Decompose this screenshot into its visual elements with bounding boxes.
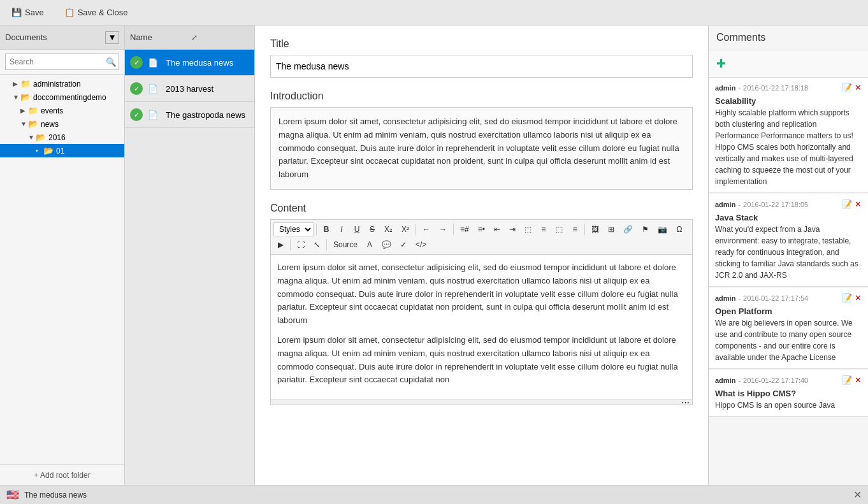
comment-timestamp: 2016-01-22 17:18:05 bbox=[743, 201, 808, 208]
align-center-button[interactable]: ≡ bbox=[537, 222, 551, 236]
align-right-button[interactable]: ⬚ bbox=[552, 222, 567, 236]
bold-button[interactable]: B bbox=[319, 222, 333, 236]
tree-item-news[interactable]: ▼ 📂 news bbox=[0, 117, 124, 131]
doc-list-title: Name bbox=[130, 32, 189, 42]
toolbar-separator bbox=[290, 239, 291, 250]
underline-button[interactable]: U bbox=[350, 222, 364, 236]
folder-icon: 📁 bbox=[28, 106, 38, 115]
comment-author: admin bbox=[715, 84, 735, 92]
ordered-list-button[interactable]: ≡# bbox=[456, 222, 473, 236]
comment-delete-button[interactable]: ✕ bbox=[855, 375, 862, 385]
doc-list-header: Name ⤢ bbox=[125, 25, 254, 50]
image-button[interactable]: 🖼 bbox=[588, 222, 603, 236]
comment-time: - bbox=[738, 377, 741, 384]
flag-icon: 🇺🇸 bbox=[6, 489, 19, 501]
unordered-list-button[interactable]: ≡• bbox=[474, 222, 489, 236]
content-label: Content bbox=[270, 203, 693, 214]
arrow-icon: ▼ bbox=[13, 94, 20, 101]
check-icon: ✓ bbox=[130, 82, 143, 95]
save-close-button[interactable]: 📋 Save & Close bbox=[59, 5, 133, 20]
add-root-folder-button[interactable]: + Add root folder bbox=[34, 471, 90, 480]
comment-edit-button[interactable]: 📝 bbox=[842, 293, 852, 303]
search-input[interactable] bbox=[5, 54, 119, 70]
tree-item-administration[interactable]: ▶ 📁 administration bbox=[0, 77, 124, 90]
comment-item-1: admin - 2016-01-22 17:18:18 📝 ✕ Scalabil… bbox=[709, 78, 868, 193]
comment-item-4: admin - 2016-01-22 17:17:40 📝 ✕ What is … bbox=[709, 370, 868, 417]
expand-icon[interactable]: ⤢ bbox=[191, 33, 250, 42]
comment-delete-button[interactable]: ✕ bbox=[855, 199, 862, 209]
bullet-icon: • bbox=[36, 147, 43, 154]
comment-author: admin bbox=[715, 201, 735, 208]
comment-author: admin bbox=[715, 377, 735, 384]
comment-title: Scalability bbox=[715, 96, 862, 106]
bottom-bar: 🇺🇸 The medusa news ✕ bbox=[0, 485, 868, 504]
main-layout: Documents ▼ 🔍 ▶ 📁 administration ▼ 📂 doc… bbox=[0, 25, 868, 485]
arrow-icon: ▼ bbox=[20, 120, 28, 127]
comment-actions: 📝 ✕ bbox=[842, 293, 862, 303]
title-input[interactable] bbox=[270, 55, 693, 78]
comment-actions: 📝 ✕ bbox=[842, 83, 862, 92]
comment-delete-button[interactable]: ✕ bbox=[855, 293, 862, 303]
comment-body: We are big believers in open source. We … bbox=[715, 317, 862, 363]
toolbar-separator bbox=[584, 224, 585, 235]
doc-item-harvest[interactable]: ✓ 📄 2013 harvest bbox=[125, 76, 254, 102]
indent-button[interactable]: ⇥ bbox=[505, 222, 519, 236]
tree-item-01[interactable]: • 📂 01 bbox=[0, 144, 124, 157]
comment-button[interactable]: 💬 bbox=[378, 238, 395, 252]
approve-button[interactable]: ✓ bbox=[396, 238, 410, 252]
comment-item-2: admin - 2016-01-22 17:18:05 📝 ✕ Java Sta… bbox=[709, 194, 868, 287]
content-para-2: Lorem ipsum dolor sit amet, consectetur … bbox=[277, 334, 686, 387]
justify-button[interactable]: ≡ bbox=[568, 222, 582, 236]
spellcheck-button[interactable]: A bbox=[363, 238, 377, 252]
comment-meta-3: admin - 2016-01-22 17:17:54 📝 ✕ bbox=[715, 293, 862, 303]
editor-resize-handle[interactable]: ⋯ bbox=[271, 400, 692, 405]
superscript-button[interactable]: X² bbox=[398, 222, 413, 236]
comment-author: admin bbox=[715, 294, 735, 302]
add-comment-button[interactable]: ✚ bbox=[715, 55, 727, 72]
video-button[interactable]: ▶ bbox=[273, 238, 287, 252]
link-button[interactable]: 🔗 bbox=[619, 222, 637, 236]
tree-item-events[interactable]: ▶ 📁 events bbox=[0, 104, 124, 117]
undo-button[interactable]: ← bbox=[419, 222, 434, 236]
styles-select[interactable]: Styles bbox=[273, 222, 314, 236]
title-label: Title bbox=[270, 38, 693, 50]
fullscreen-button[interactable]: ⛶ bbox=[293, 238, 308, 252]
doc-item-medusa[interactable]: ✓ 📄 The medusa news bbox=[125, 50, 254, 76]
source-button[interactable]: Source bbox=[329, 238, 361, 252]
code-button[interactable]: </> bbox=[412, 238, 430, 252]
save-button[interactable]: 💾 Save bbox=[6, 5, 49, 20]
strikethrough-button[interactable]: S bbox=[365, 222, 379, 236]
comment-actions: 📝 ✕ bbox=[842, 199, 862, 209]
bottom-close-button[interactable]: ✕ bbox=[853, 489, 862, 501]
table-button[interactable]: ⊞ bbox=[604, 222, 618, 236]
editor-body[interactable]: Lorem ipsum dolor sit amet, consectetur … bbox=[271, 255, 692, 400]
comment-edit-button[interactable]: 📝 bbox=[842, 375, 852, 385]
search-icon[interactable]: 🔍 bbox=[106, 57, 117, 67]
special-char-button[interactable]: Ω bbox=[672, 222, 686, 236]
resize-icon: ⋯ bbox=[681, 398, 690, 407]
italic-button[interactable]: I bbox=[335, 222, 349, 236]
tree-item-2016[interactable]: ▼ 📂 2016 bbox=[0, 131, 124, 144]
flag-button[interactable]: ⚑ bbox=[638, 222, 653, 236]
sidebar-expand-button[interactable]: ▼ bbox=[105, 31, 119, 44]
arrow-icon: ▶ bbox=[20, 107, 28, 114]
comment-edit-button[interactable]: 📝 bbox=[842, 199, 852, 209]
outdent-button[interactable]: ⇤ bbox=[490, 222, 504, 236]
comment-edit-button[interactable]: 📝 bbox=[842, 83, 852, 92]
comment-title: Java Stack bbox=[715, 213, 862, 222]
align-left-button[interactable]: ⬚ bbox=[521, 222, 535, 236]
tree-item-doccommentingdemo[interactable]: ▼ 📂 doccommentingdemo bbox=[0, 90, 124, 104]
sidebar: Documents ▼ 🔍 ▶ 📁 administration ▼ 📂 doc… bbox=[0, 25, 125, 485]
comment-delete-button[interactable]: ✕ bbox=[855, 83, 862, 92]
resize-button[interactable]: ⤡ bbox=[310, 238, 324, 252]
check-icon: ✓ bbox=[130, 108, 143, 121]
content-para-1: Lorem ipsum dolor sit amet, consectetur … bbox=[277, 261, 686, 328]
comment-title: What is Hippo CMS? bbox=[715, 389, 862, 398]
redo-button[interactable]: → bbox=[435, 222, 451, 236]
doc-item-gastropoda[interactable]: ✓ 📄 The gastropoda news bbox=[125, 102, 254, 128]
comment-meta-4: admin - 2016-01-22 17:17:40 📝 ✕ bbox=[715, 375, 862, 385]
subscript-button[interactable]: X₂ bbox=[380, 222, 396, 236]
intro-label: Introduction bbox=[270, 90, 693, 102]
search-box: 🔍 bbox=[0, 50, 124, 75]
insert-image-button[interactable]: 📷 bbox=[654, 222, 671, 236]
